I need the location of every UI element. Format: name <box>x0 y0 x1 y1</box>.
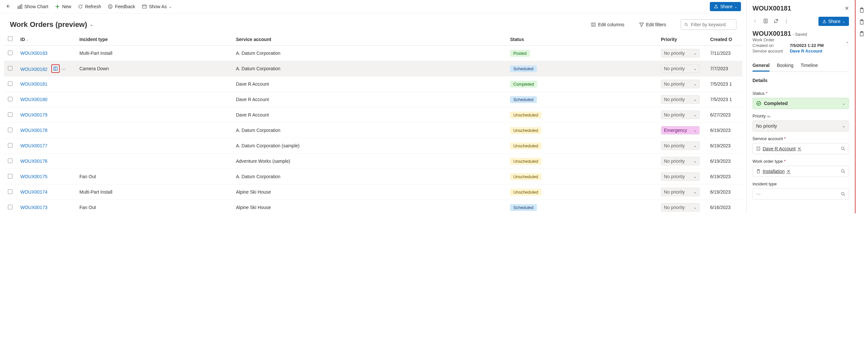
priority-select[interactable]: No priority⌄ <box>661 95 700 104</box>
row-checkbox[interactable] <box>8 66 12 70</box>
table-row[interactable]: WOUX00175Fan OutA. Datum CorporationUnsc… <box>4 169 742 184</box>
row-checkbox[interactable] <box>8 189 12 194</box>
col-incident[interactable]: Incident type <box>75 33 232 46</box>
id-link[interactable]: WOUX00179 <box>20 112 47 118</box>
priority-field[interactable]: No priority ⌄ <box>752 120 849 131</box>
table-row[interactable]: WOUX00173Fan OutAlpine Ski HouseSchedule… <box>4 200 742 214</box>
remove-chip-icon[interactable]: ✕ <box>786 169 790 174</box>
col-created[interactable]: Created O <box>706 33 742 46</box>
priority-select[interactable]: No priority⌄ <box>661 188 700 196</box>
clipboard-icon[interactable] <box>859 19 865 25</box>
priority-select[interactable]: No priority⌄ <box>661 172 700 181</box>
account-cell: Adventure Works (sample) <box>232 154 506 169</box>
table-row[interactable]: WOUX00182 ⋯Camera DownA. Datum Corporati… <box>4 61 742 77</box>
id-link[interactable]: WOUX00174 <box>20 189 47 195</box>
priority-select[interactable]: No priority⌄ <box>661 111 700 119</box>
view-title[interactable]: Work Orders (preview) ⌄ <box>10 20 93 29</box>
row-checkbox[interactable] <box>8 158 12 163</box>
status-badge: Unscheduled <box>510 173 541 180</box>
tab-booking[interactable]: Booking <box>777 60 794 71</box>
id-link[interactable]: WOUX00180 <box>20 97 47 102</box>
table-row[interactable]: WOUX00178A. Datum CorporationUnscheduled… <box>4 123 742 138</box>
priority-select[interactable]: No priority⌄ <box>661 203 700 212</box>
col-priority[interactable]: Priority <box>657 33 706 46</box>
table-row[interactable]: WOUX00183Multi-Part InstallA. Datum Corp… <box>4 46 742 61</box>
priority-select[interactable]: No priority⌄ <box>661 142 700 150</box>
id-link[interactable]: WOUX00183 <box>20 51 47 56</box>
side-panel-toggle[interactable] <box>51 64 60 73</box>
new-button[interactable]: New <box>55 4 71 9</box>
row-checkbox[interactable] <box>8 81 12 86</box>
collapse-icon[interactable]: ⌄ <box>846 39 849 44</box>
search-icon[interactable] <box>841 192 845 196</box>
search-icon[interactable] <box>841 169 845 174</box>
search-icon[interactable] <box>841 146 845 151</box>
col-id[interactable]: ID↓ <box>17 33 75 46</box>
id-link[interactable]: WOUX00175 <box>20 174 47 179</box>
row-checkbox[interactable] <box>8 128 12 132</box>
priority-select[interactable]: No priority⌄ <box>661 49 700 57</box>
row-checkbox[interactable] <box>8 205 12 209</box>
row-more-icon[interactable]: ⋯ <box>61 67 66 72</box>
status-field[interactable]: Completed ⌄ <box>752 98 849 109</box>
wotype-field[interactable]: Installation ✕ <box>752 166 849 177</box>
table-row[interactable]: WOUX00179Dave R AccountUnscheduledNo pri… <box>4 107 742 123</box>
filter-input[interactable] <box>690 22 733 28</box>
id-link[interactable]: WOUX00181 <box>20 81 47 87</box>
table-row[interactable]: WOUX00177A. Datum Corporation (sample)Un… <box>4 138 742 154</box>
show-as-button[interactable]: Show As ⌄ <box>142 4 172 9</box>
tab-general[interactable]: General <box>752 60 770 71</box>
svg-rect-6 <box>143 5 146 8</box>
priority-select[interactable]: No priority⌄ <box>661 64 700 73</box>
id-link[interactable]: WOUX00182 <box>20 67 47 72</box>
service-account-link[interactable]: Dave R Account <box>790 49 823 54</box>
share-button[interactable]: Share ⌄ <box>710 2 741 11</box>
panel-back-icon[interactable] <box>752 19 758 25</box>
col-account[interactable]: Service account <box>232 33 506 46</box>
table-row[interactable]: WOUX00176Adventure Works (sample)Unsched… <box>4 154 742 169</box>
table-row[interactable]: WOUX00180Dave R AccountScheduledNo prior… <box>4 92 742 107</box>
row-checkbox[interactable] <box>8 143 12 148</box>
priority-select[interactable]: No priority⌄ <box>661 157 700 166</box>
clipboard-icon[interactable] <box>859 31 865 37</box>
panel-share-button[interactable]: Share ⌄ <box>818 17 849 26</box>
clipboard-icon[interactable] <box>859 7 865 13</box>
share-icon <box>714 4 718 9</box>
remove-chip-icon[interactable]: ✕ <box>798 146 801 151</box>
panel-open-icon[interactable] <box>763 19 768 25</box>
panel-popout-icon[interactable] <box>774 19 779 25</box>
col-status[interactable]: Status <box>506 33 657 46</box>
wotype-value: Installation <box>763 169 785 174</box>
filter-search[interactable] <box>681 19 736 30</box>
columns-icon <box>591 22 596 27</box>
service-account-field[interactable]: Dave R Account ✕ <box>752 143 849 154</box>
id-link[interactable]: WOUX00178 <box>20 128 47 133</box>
edit-columns-button[interactable]: Edit columns <box>591 22 624 27</box>
edit-filters-button[interactable]: Edit filters <box>639 22 666 27</box>
row-checkbox[interactable] <box>8 97 12 101</box>
priority-select[interactable]: Emergency⌄ <box>661 126 700 134</box>
feedback-button[interactable]: Feedback <box>107 4 135 9</box>
row-checkbox[interactable] <box>8 112 12 117</box>
select-all-header[interactable] <box>4 33 17 46</box>
refresh-button[interactable]: Refresh <box>78 4 101 9</box>
status-badge: Scheduled <box>510 204 536 211</box>
table-row[interactable]: WOUX00174Multi-Part InstallAlpine Ski Ho… <box>4 184 742 200</box>
tab-timeline[interactable]: Timeline <box>801 60 818 71</box>
svg-point-3 <box>108 5 112 8</box>
panel-more-icon[interactable]: ⋮ <box>784 19 788 24</box>
svg-rect-1 <box>19 6 20 8</box>
id-link[interactable]: WOUX00176 <box>20 158 47 164</box>
close-icon[interactable]: ✕ <box>845 5 849 11</box>
row-checkbox[interactable] <box>8 51 12 55</box>
row-checkbox[interactable] <box>8 174 12 179</box>
svg-rect-9 <box>54 67 57 70</box>
priority-select[interactable]: No priority⌄ <box>661 80 700 88</box>
id-link[interactable]: WOUX00173 <box>20 205 47 210</box>
back-arrow-icon[interactable] <box>5 4 10 10</box>
id-link[interactable]: WOUX00177 <box>20 143 47 148</box>
incident-field[interactable]: --- <box>752 188 849 200</box>
table-row[interactable]: WOUX00181Dave R AccountCompletedNo prior… <box>4 77 742 92</box>
account-cell: A. Datum Corporation (sample) <box>232 138 506 154</box>
show-chart-button[interactable]: Show Chart <box>17 4 48 9</box>
